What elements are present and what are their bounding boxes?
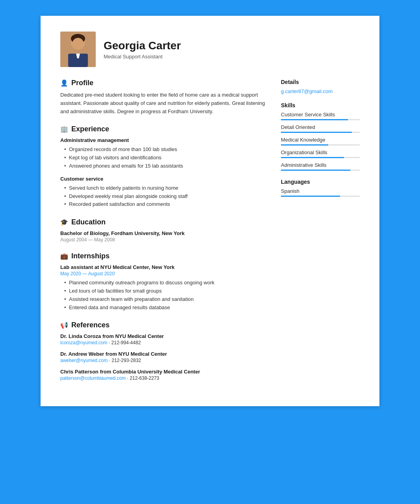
skill-5-fill	[281, 170, 350, 171]
candidate-title: Medical Support Assistant	[104, 54, 181, 60]
profile-icon: 👤	[60, 79, 68, 87]
skill-2-fill	[281, 132, 352, 133]
experience-subsection-customer: Customer service Served lunch to elderly…	[60, 176, 265, 209]
main-content: 👤 Profile Dedicated pre-med student look…	[60, 79, 360, 390]
education-date: August 2004 — May 2008	[60, 237, 265, 243]
skill-4-bar	[281, 157, 360, 158]
skill-5: Administrative Skills	[281, 162, 360, 171]
admin-bullet-2: Kept log of lab visitors and identificat…	[64, 154, 265, 162]
left-column: 👤 Profile Dedicated pre-med student look…	[60, 79, 265, 390]
skill-3: Medical Knowledge	[281, 137, 360, 146]
reference-2: Dr. Andrew Weber from NYU Medical Center…	[60, 351, 265, 363]
experience-section: 🏢 Experience Administrative management O…	[60, 125, 265, 209]
intern-bullet-2: Led tours of lab facilities for small gr…	[64, 287, 265, 295]
details-email[interactable]: g.carter87@gmail.com	[281, 88, 360, 94]
references-icon: 📢	[60, 321, 68, 329]
internships-icon: 💼	[60, 252, 68, 260]
profile-title: 👤 Profile	[60, 79, 265, 87]
right-column: Details g.carter87@gmail.com Skills Cust…	[281, 79, 360, 390]
profile-section: 👤 Profile Dedicated pre-med student look…	[60, 79, 265, 116]
skill-1-bar	[281, 119, 360, 120]
skills-section: Skills Customer Service Skills Detail Or…	[281, 102, 360, 171]
skill-4: Organizational Skills	[281, 149, 360, 158]
education-section: 🎓 Education Bachelor of Biology, Fordham…	[60, 218, 265, 243]
experience-subsection-admin: Administrative management Organized reco…	[60, 137, 265, 170]
ref-2-phone: 212-293-2832	[112, 358, 141, 363]
education-degree: Bachelor of Biology, Fordham University,…	[60, 230, 265, 236]
reference-1: Dr. Linda Coroza from NYU Medical Center…	[60, 333, 265, 345]
customer-bullet-2: Developed weekly meal plan alongside coo…	[64, 192, 265, 201]
intern-date: May 2020 — August 2020	[60, 271, 265, 276]
skill-5-name: Administrative Skills	[281, 162, 360, 170]
languages-title: Languages	[281, 179, 360, 185]
intern-job-title: Lab assistant at NYU Medical Center, New…	[60, 264, 265, 270]
internships-section: 💼 Internships Lab assistant at NYU Medic…	[60, 252, 265, 312]
education-icon: 🎓	[60, 218, 68, 226]
experience-icon: 🏢	[60, 125, 68, 133]
customer-bullet-3: Recorded patient satisfaction and commen…	[64, 200, 265, 209]
customer-service-title: Customer service	[60, 176, 265, 182]
profile-text: Dedicated pre-med student looking to ent…	[60, 91, 265, 116]
education-title: 🎓 Education	[60, 218, 265, 226]
svg-point-4	[72, 38, 84, 49]
customer-bullet-list: Served lunch to elderly patients in nurs…	[60, 184, 265, 209]
intern-bullet-3: Assisted research team with preparation …	[64, 295, 265, 304]
header-info: Georgia Carter Medical Support Assistant	[104, 39, 181, 60]
language-1-fill	[281, 196, 340, 197]
ref-2-email[interactable]: aweber@nyumed.com	[60, 358, 108, 363]
ref-1-separator: ·	[109, 340, 112, 345]
ref-1-phone: 212-994-4482	[112, 340, 141, 345]
skills-title: Skills	[281, 102, 360, 108]
ref-2-name: Dr. Andrew Weber from NYU Medical Center	[60, 351, 265, 357]
skill-3-name: Medical Knowledge	[281, 137, 360, 144]
ref-3-name: Chris Patterson from Columbia University…	[60, 369, 265, 375]
skill-1-fill	[281, 119, 348, 120]
intern-bullet-4: Entered data and managed results databas…	[64, 304, 265, 312]
avatar	[60, 32, 96, 67]
skill-2-bar	[281, 132, 360, 133]
details-title: Details	[281, 79, 360, 85]
admin-bullet-3: Answered phones and emails for 15 lab as…	[64, 162, 265, 170]
skill-3-fill	[281, 144, 328, 146]
skill-4-fill	[281, 157, 344, 158]
skill-1-name: Customer Service Skills	[281, 112, 360, 119]
admin-bullet-1: Organized records of more than 100 lab s…	[64, 146, 265, 154]
details-section: Details g.carter87@gmail.com	[281, 79, 360, 94]
customer-bullet-1: Served lunch to elderly patients in nurs…	[64, 184, 265, 192]
resume-header: Georgia Carter Medical Support Assistant	[60, 32, 360, 67]
skill-4-name: Organizational Skills	[281, 149, 360, 157]
language-1-name: Spanish	[281, 188, 360, 196]
ref-3-phone: 212-638-2273	[130, 375, 159, 381]
intern-bullet-list: Planned community outreach programs to d…	[60, 279, 265, 312]
intern-bullet-1: Planned community outreach programs to d…	[64, 279, 265, 287]
ref-1-contact: lcoroza@nyumed.com · 212-994-4482	[60, 340, 265, 345]
references-section: 📢 References Dr. Linda Coroza from NYU M…	[60, 321, 265, 381]
admin-management-title: Administrative management	[60, 137, 265, 143]
ref-1-name: Dr. Linda Coroza from NYU Medical Center	[60, 333, 265, 339]
candidate-name: Georgia Carter	[104, 39, 181, 52]
experience-title: 🏢 Experience	[60, 125, 265, 133]
skill-5-bar	[281, 170, 360, 171]
skill-2: Detail Oriented	[281, 124, 360, 133]
skill-2-name: Detail Oriented	[281, 124, 360, 132]
resume-container: Georgia Carter Medical Support Assistant…	[41, 16, 379, 406]
references-title: 📢 References	[60, 321, 265, 329]
admin-bullet-list: Organized records of more than 100 lab s…	[60, 146, 265, 170]
reference-3: Chris Patterson from Columbia University…	[60, 369, 265, 381]
language-1: Spanish	[281, 188, 360, 197]
language-1-bar	[281, 196, 360, 197]
ref-2-contact: aweber@nyumed.com · 212-293-2832	[60, 358, 265, 363]
ref-3-contact: patterson@columbiaumed.com · 212-638-227…	[60, 375, 265, 381]
skill-3-bar	[281, 144, 360, 146]
skill-1: Customer Service Skills	[281, 112, 360, 120]
languages-section: Languages Spanish	[281, 179, 360, 197]
internships-title: 💼 Internships	[60, 252, 265, 260]
ref-3-email[interactable]: patterson@columbiaumed.com	[60, 375, 126, 381]
ref-1-email[interactable]: lcoroza@nyumed.com	[60, 340, 108, 345]
